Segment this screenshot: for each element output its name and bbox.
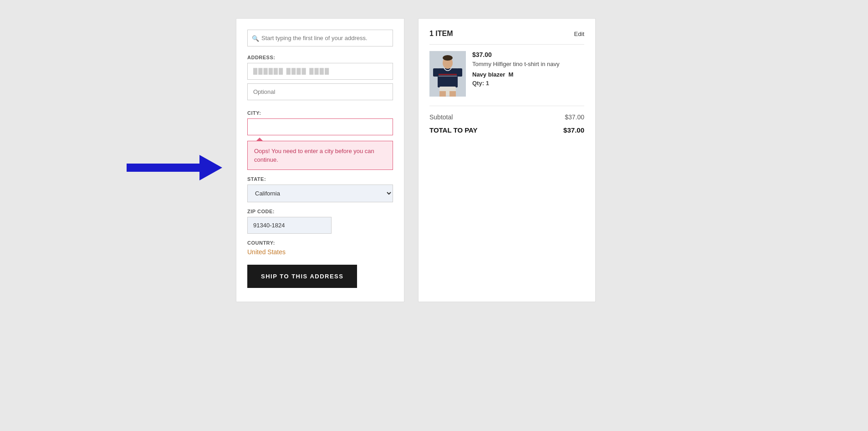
arrow-indicator [127,155,222,180]
edit-link[interactable]: Edit [574,31,584,37]
subtotal-value: $37.00 [565,113,584,121]
left-spacer [0,9,236,180]
product-qty-label: Qty: [472,80,484,87]
product-qty-value: 1 [486,80,489,87]
country-section: COUNTRY: United States [247,240,393,256]
svg-rect-10 [449,91,456,97]
country-label: COUNTRY: [247,240,393,246]
product-price: $37.00 [472,51,584,58]
address-line2-input[interactable] [247,83,393,100]
address-line1-input[interactable] [247,63,393,80]
total-row: TOTAL TO PAY $37.00 [429,126,584,134]
product-variant: Navy blazer M [472,71,584,78]
zip-section: ZIP CODE: [247,209,393,234]
address-line1-section: ADDRESS: [247,55,393,104]
main-content: 🔍 ADDRESS: CITY: Oops! You need to enter… [236,9,646,311]
city-section: CITY: Oops! You need to enter a city bef… [247,110,393,170]
state-select[interactable]: Alabama Alaska Arizona Arkansas Californ… [247,185,393,202]
product-row: $37.00 Tommy Hilfiger tino t-shirt in na… [429,51,584,106]
address-search-input[interactable] [247,30,393,46]
state-section: STATE: Alabama Alaska Arizona Arkansas C… [247,176,393,202]
svg-rect-3 [438,76,458,77]
address-label: ADDRESS: [247,55,393,60]
city-error-box: Oops! You need to enter a city before yo… [247,141,393,170]
state-label: STATE: [247,176,393,182]
svg-point-7 [443,55,453,61]
item-count: 1 ITEM [429,30,453,38]
address-form: 🔍 ADDRESS: CITY: Oops! You need to enter… [236,18,404,302]
city-error-text: Oops! You need to enter a city before yo… [254,148,374,163]
arrow-body [127,164,199,172]
search-icon: 🔍 [252,35,259,41]
ship-to-address-button[interactable]: SHIP TO THIS ADDRESS [247,265,357,288]
svg-rect-1 [438,68,458,87]
summary-header: 1 ITEM Edit [429,30,584,45]
product-variant-label: Navy blazer [472,71,505,78]
product-image [429,51,466,97]
city-input[interactable] [247,118,393,135]
page-wrapper: 🔍 ADDRESS: CITY: Oops! You need to enter… [0,0,868,431]
product-qty: Qty: 1 [472,80,584,87]
country-value: United States [247,248,393,256]
zip-label: ZIP CODE: [247,209,393,214]
subtotal-row: Subtotal $37.00 [429,113,584,121]
order-summary: 1 ITEM Edit [418,18,596,302]
arrow-head [199,155,222,180]
total-value: $37.00 [563,126,584,134]
product-name: Tommy Hilfiger tino t-shirt in navy [472,60,584,68]
svg-rect-5 [457,68,462,77]
zip-input[interactable] [247,217,332,234]
product-size: M [509,71,514,78]
address-search-wrapper: 🔍 [247,30,393,46]
svg-rect-2 [438,74,458,75]
svg-rect-9 [439,91,446,97]
total-label: TOTAL TO PAY [429,126,478,134]
city-label: CITY: [247,110,393,116]
product-details: $37.00 Tommy Hilfiger tino t-shirt in na… [472,51,584,97]
svg-rect-4 [433,68,439,77]
subtotal-label: Subtotal [429,113,453,121]
